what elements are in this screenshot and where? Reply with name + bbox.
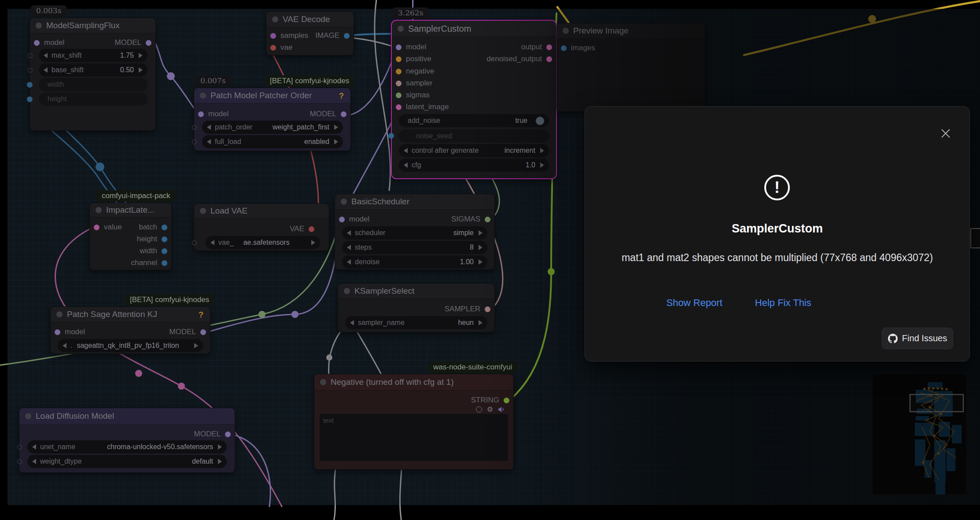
input-port-model[interactable]: model <box>339 214 369 225</box>
input-port-value[interactable]: value <box>94 222 122 232</box>
sampler-port-icon[interactable] <box>485 306 490 312</box>
output-port-width[interactable]: width <box>140 246 167 256</box>
output-port-channel[interactable]: channel <box>131 258 167 268</box>
node-title-bar[interactable]: Patch Sage Attention KJ <box>51 307 210 322</box>
increment-arrow-icon[interactable] <box>218 444 222 450</box>
decrement-arrow-icon[interactable] <box>44 53 48 58</box>
input-port-model[interactable]: model <box>34 37 64 48</box>
collapse-dot-icon[interactable] <box>200 92 206 99</box>
image-port-icon[interactable] <box>561 45 567 51</box>
find-issues-button[interactable]: Find Issues <box>882 328 953 349</box>
widget-weight-dtype[interactable]: weight_dtype default <box>27 455 227 468</box>
minimap[interactable] <box>872 374 967 495</box>
node-title-bar[interactable]: Load VAE <box>194 204 329 218</box>
output-port-height[interactable]: height <box>137 234 167 244</box>
widget-sampler-name[interactable]: sampler_name heun <box>345 316 487 329</box>
input-port-model[interactable]: model <box>198 109 228 119</box>
widget-vae-name[interactable]: vae_ ae.safetensors <box>206 236 320 249</box>
node-sampler-custom-selected[interactable]: SamplerCustom model positive negative sa… <box>391 20 557 179</box>
decrement-arrow-icon[interactable] <box>207 125 211 130</box>
widget-control-after-generate[interactable]: control after generate increment <box>399 144 549 157</box>
input-port-negative[interactable]: negative <box>396 66 434 77</box>
int-port-icon[interactable] <box>162 248 167 254</box>
width-port-icon[interactable] <box>27 82 33 88</box>
node-vae-decode[interactable]: VAE Decode samples IMAGE vae <box>266 11 354 55</box>
height-port-icon[interactable] <box>27 96 33 102</box>
node-load-diffusion-model[interactable]: Load Diffusion Model MODEL unet_name chr… <box>19 408 235 473</box>
output-port-vae[interactable]: VAE <box>290 224 314 234</box>
decrement-arrow-icon[interactable] <box>404 162 408 168</box>
widget-cfg[interactable]: cfg 1.0 <box>399 159 549 172</box>
widget-input-pin[interactable] <box>28 68 33 73</box>
model-port-icon[interactable] <box>198 111 204 117</box>
node-impact-latent[interactable]: ImpactLate... value batch height width c… <box>89 203 172 270</box>
output-port-denoised-output[interactable]: denoised_output <box>486 54 552 64</box>
input-port-samples[interactable]: samples <box>270 30 308 41</box>
model-port-icon[interactable] <box>200 329 206 335</box>
int-port-icon[interactable] <box>162 260 167 266</box>
collapse-dot-icon[interactable] <box>398 26 404 32</box>
node-patch-model-patcher-order[interactable]: Patch Model Patcher Order ? model MODEL … <box>194 88 351 151</box>
widget-unet-name[interactable]: unet_name chroma-unlocked-v50.safetensor… <box>27 440 227 454</box>
node-patch-sage-attention[interactable]: Patch Sage Attention KJ ? model MODEL . … <box>50 306 210 354</box>
node-title-bar[interactable]: KSamplerSelect <box>338 284 494 299</box>
string-port-icon[interactable] <box>504 398 509 403</box>
gear-icon[interactable]: ⚙ <box>487 406 493 413</box>
output-port-output[interactable]: output <box>521 42 552 52</box>
collapse-dot-icon[interactable] <box>200 208 206 214</box>
collapse-dot-icon[interactable] <box>563 28 569 34</box>
widget-input-pin[interactable] <box>192 140 197 144</box>
node-title-bar[interactable]: Preview Image <box>557 23 705 39</box>
toggle-knob-icon[interactable] <box>536 117 544 125</box>
increment-arrow-icon[interactable] <box>139 53 143 58</box>
decrement-arrow-icon[interactable] <box>347 259 351 265</box>
decrement-arrow-icon[interactable] <box>63 343 66 348</box>
widget-width-disabled[interactable]: width <box>39 78 147 91</box>
node-preview-image[interactable]: Preview Image images <box>556 23 705 112</box>
widget-input-pin[interactable] <box>192 240 197 245</box>
increment-arrow-icon[interactable] <box>479 259 483 265</box>
widget-input-pin[interactable] <box>17 459 22 464</box>
widget-noise-seed-disabled[interactable]: noise_seed <box>399 129 549 143</box>
increment-arrow-icon[interactable] <box>218 459 222 464</box>
widget-denoise[interactable]: denoise 1.00 <box>342 255 487 269</box>
input-port-sigmas[interactable]: sigmas <box>396 90 430 100</box>
decrement-arrow-icon[interactable] <box>350 320 354 325</box>
decrement-arrow-icon[interactable] <box>44 67 48 73</box>
latent-port-icon[interactable] <box>94 225 99 230</box>
model-port-icon[interactable] <box>341 111 346 117</box>
widget-input-pin[interactable] <box>28 53 33 58</box>
help-icon[interactable]: ? <box>199 310 203 320</box>
collapse-dot-icon[interactable] <box>25 413 31 419</box>
increment-arrow-icon[interactable] <box>311 240 315 245</box>
model-port-icon[interactable] <box>55 329 60 335</box>
input-port-model[interactable]: model <box>396 42 426 52</box>
vae-port-icon[interactable] <box>270 45 276 51</box>
increment-arrow-icon[interactable] <box>479 245 483 250</box>
speaker-icon[interactable] <box>498 406 505 413</box>
output-port-model[interactable]: MODEL <box>194 429 231 439</box>
latent-port-icon[interactable] <box>396 104 402 110</box>
collapse-dot-icon[interactable] <box>56 311 63 317</box>
output-port-sampler[interactable]: SAMPLER <box>445 304 490 314</box>
model-port-icon[interactable] <box>146 40 151 46</box>
output-port-sigmas[interactable]: SIGMAS <box>451 214 490 225</box>
offscreen-node-fragment[interactable] <box>970 228 980 248</box>
widget-max-shift[interactable]: max_shift 1.75 <box>39 49 147 62</box>
image-port-icon[interactable] <box>344 33 350 39</box>
close-icon[interactable] <box>940 128 951 139</box>
int-port-icon[interactable] <box>162 225 167 230</box>
input-port-images[interactable]: images <box>561 43 595 53</box>
node-basic-scheduler[interactable]: BasicScheduler model SIGMAS scheduler si… <box>335 194 495 270</box>
output-port-model[interactable]: MODEL <box>115 37 151 48</box>
minimap-viewport[interactable] <box>910 395 963 412</box>
sampler-port-icon[interactable] <box>396 81 402 86</box>
input-port-model[interactable]: model <box>55 327 85 337</box>
node-negative-prompt[interactable]: Negative (turned off with cfg at 1) STRI… <box>314 374 514 470</box>
increment-arrow-icon[interactable] <box>194 343 198 348</box>
show-report-link[interactable]: Show Report <box>667 297 722 309</box>
vae-port-icon[interactable] <box>309 226 314 232</box>
conditioning-port-icon[interactable] <box>396 69 402 74</box>
decrement-arrow-icon[interactable] <box>207 139 211 144</box>
sigmas-port-icon[interactable] <box>485 217 490 222</box>
